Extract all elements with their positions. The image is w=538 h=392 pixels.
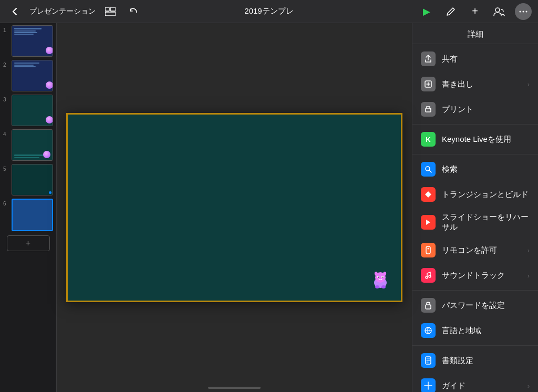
slide-number: 5 (3, 164, 9, 172)
list-item[interactable]: 3 (3, 95, 53, 126)
svg-point-19 (430, 109, 431, 110)
menu-item-remote[interactable]: リモコンを許可 › (412, 238, 538, 263)
back-label: プレゼンテーション (29, 7, 96, 16)
svg-point-3 (495, 8, 500, 12)
add-button[interactable]: + (467, 3, 483, 20)
menu-item-rehearse[interactable]: スライドショーをリハーサル (412, 207, 538, 238)
slide-thumbnail[interactable] (12, 25, 53, 57)
svg-point-12 (382, 277, 384, 278)
layout-button[interactable] (102, 3, 119, 20)
menu-item-keynote-live[interactable]: K Keynote Liveを使用 (412, 127, 538, 152)
rehearse-label: スライドショーをリハーサル (442, 212, 530, 232)
slide-thumbnail[interactable] (12, 95, 53, 126)
guide-label: ガイド (442, 381, 521, 391)
svg-point-4 (520, 11, 521, 12)
list-item[interactable]: 1 (3, 25, 53, 57)
toolbar-left: プレゼンテーション (6, 3, 142, 20)
add-slide-button[interactable]: + (7, 235, 50, 251)
main-slide (66, 113, 402, 302)
back-button[interactable] (6, 3, 23, 20)
soundtrack-arrow: › (527, 272, 530, 280)
doc-settings-icon (421, 353, 436, 368)
svg-point-5 (523, 11, 524, 12)
share-label: 共有 (442, 54, 530, 64)
language-icon (421, 323, 436, 338)
more-button[interactable] (515, 3, 532, 20)
keynote-live-label: Keynote Liveを使用 (442, 135, 530, 145)
dropdown-header: 詳細 (412, 23, 538, 44)
guide-icon (421, 378, 436, 392)
menu-section-tools: 検索 トランジションとビルド スライドショーをリハーサル リモコンを許可 › (412, 154, 538, 291)
list-item[interactable]: 5 (3, 164, 53, 195)
svg-point-22 (428, 248, 429, 250)
menu-item-language[interactable]: 言語と地域 (412, 318, 538, 343)
mascot (369, 269, 391, 291)
menu-item-transitions[interactable]: トランジションとビルド (412, 182, 538, 207)
svg-rect-1 (110, 7, 116, 11)
menu-item-search[interactable]: 検索 (412, 157, 538, 182)
search-icon (421, 162, 436, 177)
svg-point-24 (429, 275, 431, 277)
play-button[interactable]: ▶ (418, 3, 435, 20)
menu-section-settings: 書類設定 ガイド › 設定 › Apple Pencil (412, 346, 538, 392)
slide-number: 4 (3, 129, 9, 137)
svg-rect-21 (426, 246, 430, 254)
language-label: 言語と地域 (442, 326, 530, 336)
guide-arrow: › (527, 382, 530, 390)
menu-item-guide[interactable]: ガイド › (412, 373, 538, 392)
soundtrack-label: サウンドトラック (442, 271, 521, 281)
menu-section-keynote-live: K Keynote Liveを使用 (412, 125, 538, 154)
slide-panel[interactable]: 1 2 (0, 23, 57, 392)
menu-section: 共有 書き出し › プリント (412, 44, 538, 125)
share-icon (421, 51, 436, 66)
menu-item-password[interactable]: パスワードを設定 (412, 293, 538, 318)
pen-button[interactable] (442, 3, 459, 20)
menu-item-export[interactable]: 書き出し › (412, 71, 538, 97)
list-item[interactable]: 6 (3, 199, 53, 231)
menu-item-soundtrack[interactable]: サウンドトラック › (412, 263, 538, 288)
slide-thumbnail[interactable] (12, 164, 53, 195)
password-icon (421, 298, 436, 313)
undo-button[interactable] (125, 3, 142, 20)
toolbar-right: ▶ + (418, 3, 532, 20)
menu-section-security: パスワードを設定 言語と地域 (412, 291, 538, 346)
svg-point-23 (426, 276, 428, 278)
slide-number: 2 (3, 60, 9, 68)
collab-button[interactable] (491, 3, 508, 20)
svg-point-16 (381, 285, 386, 288)
keynote-live-icon: K (421, 132, 436, 147)
transitions-label: トランジションとビルド (442, 190, 530, 200)
export-label: 書き出し (442, 79, 521, 89)
dropdown-panel: 詳細 共有 書き出し › プリント (412, 23, 538, 392)
list-item[interactable]: 4 (3, 129, 53, 161)
slide-thumbnail[interactable] (12, 60, 53, 91)
canvas-area (57, 23, 412, 392)
toolbar: プレゼンテーション 2019テンプレ ▶ + (0, 0, 538, 23)
svg-point-11 (378, 277, 379, 278)
export-arrow: › (527, 80, 530, 88)
menu-item-print[interactable]: プリント (412, 97, 538, 122)
password-label: パスワードを設定 (442, 301, 530, 311)
menu-item-doc-settings[interactable]: 書類設定 (412, 348, 538, 373)
svg-rect-0 (105, 7, 109, 11)
slide-thumbnail[interactable] (12, 199, 53, 231)
list-item[interactable]: 2 (3, 60, 53, 91)
print-label: プリント (442, 105, 530, 115)
remote-icon (421, 243, 436, 257)
svg-point-6 (526, 11, 527, 12)
slide-thumbnail[interactable] (12, 129, 53, 161)
rehearse-icon (421, 215, 436, 230)
export-icon (421, 77, 436, 91)
menu-item-share[interactable]: 共有 (412, 46, 538, 71)
presentation-title: 2019テンプレ (244, 6, 293, 15)
slide-number: 6 (3, 199, 9, 207)
svg-rect-2 (105, 12, 116, 16)
main-layout: 1 2 (0, 23, 538, 392)
scroll-indicator (208, 387, 261, 389)
transitions-icon (421, 187, 436, 202)
soundtrack-icon (421, 268, 436, 283)
doc-settings-label: 書類設定 (442, 356, 530, 366)
print-icon (421, 102, 436, 117)
toolbar-center: 2019テンプレ (244, 6, 293, 16)
remote-label: リモコンを許可 (442, 245, 521, 255)
